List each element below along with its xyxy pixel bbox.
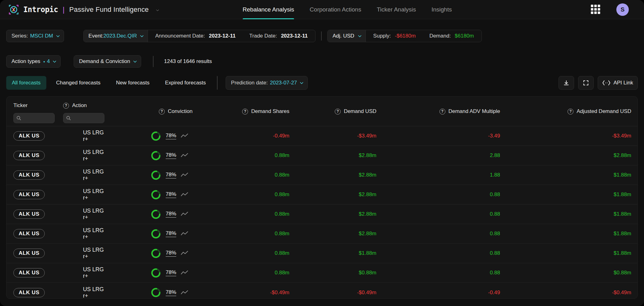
user-avatar[interactable]: S bbox=[616, 3, 629, 16]
adjusted-demand-usd-value: $1.88m bbox=[614, 191, 631, 198]
trend-sparkline-icon[interactable] bbox=[181, 172, 189, 178]
conviction-percent-link[interactable]: 78% bbox=[166, 152, 176, 159]
ticker-badge[interactable]: ALK US bbox=[13, 131, 45, 141]
event-dropdown[interactable]: Event: 2023.Dec.QIR bbox=[84, 30, 148, 42]
help-icon[interactable]: ? bbox=[63, 103, 69, 109]
event-label: Event: bbox=[89, 33, 104, 39]
nav-tab-rebalance-analysis[interactable]: Rebalance Analysis bbox=[243, 0, 294, 19]
demand-shares-value: 0.88m bbox=[275, 172, 289, 178]
table-row[interactable]: ALK US US LRG r+ 78% 0.88m $2.88m 2.88 $… bbox=[7, 146, 637, 165]
trend-sparkline-icon[interactable] bbox=[181, 290, 189, 295]
tab-changed-forecasts[interactable]: Changed forecasts bbox=[51, 76, 106, 90]
conviction-ring-icon bbox=[151, 229, 161, 239]
action-cell: US LRG r+ bbox=[62, 247, 109, 260]
col-label: Conviction bbox=[168, 108, 192, 115]
demand-value: $6180m bbox=[455, 33, 474, 39]
trend-sparkline-icon[interactable] bbox=[181, 133, 189, 139]
trend-sparkline-icon[interactable] bbox=[181, 153, 189, 158]
chevron-down-icon[interactable] bbox=[156, 7, 158, 12]
demand-readout: Demand: $6180m bbox=[429, 33, 474, 39]
nav-tab-corporation-actions[interactable]: Corporation Actions bbox=[310, 0, 361, 19]
series-dropdown[interactable]: Series: MSCI DM bbox=[6, 30, 64, 42]
results-count: 1243 of 1646 results bbox=[164, 58, 212, 65]
table-row[interactable]: ALK US US LRG r+ 78% 0.88m $2.88m 0.88 $… bbox=[7, 185, 637, 205]
api-link-button[interactable]: API Link bbox=[598, 76, 638, 90]
ticker-badge[interactable]: ALK US bbox=[13, 151, 45, 160]
col-header-demand-usd: ? Demand USD bbox=[292, 108, 380, 115]
help-icon[interactable]: ? bbox=[242, 109, 248, 115]
conviction-percent-link[interactable]: 78% bbox=[166, 211, 176, 218]
demand-adv-multiple-value: 0.88 bbox=[490, 270, 500, 276]
demand-shares-value: 0.88m bbox=[275, 250, 289, 256]
table-row[interactable]: ALK US US LRG r+ 78% 0.88m $2.88m 0.88 $… bbox=[7, 224, 637, 244]
ticker-badge[interactable]: ALK US bbox=[13, 170, 45, 180]
table-row[interactable]: ALK US US LRG r+ 78% 0.88m $2.88m 1.88 $… bbox=[7, 165, 637, 185]
table-row[interactable]: ALK US US LRG r+ 78% -$0.49m -$0.49m -0.… bbox=[7, 283, 637, 299]
conviction-percent-link[interactable]: 78% bbox=[166, 172, 176, 178]
prediction-date-value: 2023-07-27 bbox=[270, 80, 297, 86]
conviction-percent-link[interactable]: 78% bbox=[166, 289, 176, 296]
ticker-badge[interactable]: ALK US bbox=[13, 249, 45, 258]
trend-sparkline-icon[interactable] bbox=[181, 211, 189, 217]
help-icon[interactable]: ? bbox=[335, 109, 341, 115]
tab-expired-forecasts[interactable]: Expired forecasts bbox=[159, 76, 211, 90]
ticker-badge[interactable]: ALK US bbox=[13, 288, 45, 297]
brand-name: Intropic bbox=[23, 5, 58, 14]
ticker-search bbox=[13, 113, 55, 123]
trend-sparkline-icon[interactable] bbox=[181, 231, 189, 236]
apps-grid-icon[interactable] bbox=[591, 5, 601, 15]
adjustment-dropdown[interactable]: Adj. USD bbox=[328, 30, 366, 42]
table-row[interactable]: ALK US US LRG r+ 78% 0.88m $2.88m 0.88 $… bbox=[7, 205, 637, 224]
chevron-down-icon bbox=[300, 81, 303, 84]
help-icon[interactable]: ? bbox=[439, 109, 445, 115]
conviction-percent-link[interactable]: 78% bbox=[166, 133, 176, 139]
ticker-badge[interactable]: ALK US bbox=[13, 190, 45, 199]
trend-sparkline-icon[interactable] bbox=[181, 250, 189, 256]
table-row[interactable]: ALK US US LRG r+ 78% 0.88m $0.88m 0.88 $… bbox=[7, 263, 637, 283]
table-row[interactable]: ALK US US LRG r+ 78% 0.88m $1.88m 0.88 $… bbox=[7, 244, 637, 263]
product-name: Passive Fund Intelligence bbox=[69, 6, 149, 14]
conviction-cell: 78% bbox=[109, 131, 205, 141]
announcement-date-value: 2023-12-11 bbox=[209, 33, 236, 39]
demand-adv-multiple-value: 0.88 bbox=[490, 211, 500, 217]
action-types-dropdown[interactable]: Action types • 4 bbox=[6, 55, 61, 68]
conviction-percent-link[interactable]: 78% bbox=[166, 230, 176, 237]
demand-shares-value: -0.49m bbox=[273, 133, 289, 139]
demand-usd-value: -$0.49m bbox=[357, 290, 376, 296]
demand-adv-multiple-value: 0.88 bbox=[490, 250, 500, 256]
ticker-badge[interactable]: ALK US bbox=[13, 209, 45, 219]
nav-tab-insights[interactable]: Insights bbox=[431, 0, 452, 19]
table-row[interactable]: ALK US US LRG r+ 78% -0.49m -$3.49m -3.4… bbox=[7, 126, 637, 146]
help-icon[interactable]: ? bbox=[568, 109, 573, 115]
code-brackets-icon bbox=[602, 80, 610, 86]
demand-label: Demand: bbox=[429, 33, 451, 39]
action-value: US LRG r+ bbox=[83, 149, 109, 162]
ticker-badge[interactable]: ALK US bbox=[13, 229, 45, 238]
adjusted-demand-usd-value: $2.88m bbox=[614, 152, 631, 159]
columns-preset-dropdown[interactable]: Demand & Conviction bbox=[74, 55, 141, 68]
filter-row-context: Series: MSCI DM Event: 2023.Dec.QIR Anno… bbox=[6, 30, 638, 42]
trend-sparkline-icon[interactable] bbox=[181, 270, 189, 276]
forecast-table: Ticker ? Action bbox=[6, 96, 638, 299]
trend-sparkline-icon[interactable] bbox=[181, 192, 189, 197]
demand-usd-value: -$3.49m bbox=[357, 133, 376, 139]
forecast-toolbar: All forecasts Changed forecasts New fore… bbox=[6, 76, 638, 90]
ticker-badge[interactable]: ALK US bbox=[13, 268, 45, 277]
conviction-percent-link[interactable]: 78% bbox=[166, 191, 176, 198]
conviction-percent-link[interactable]: 78% bbox=[166, 269, 176, 276]
tab-all-forecasts[interactable]: All forecasts bbox=[6, 76, 46, 90]
table-header: Ticker ? Action bbox=[7, 97, 637, 126]
fullscreen-button[interactable] bbox=[578, 76, 594, 90]
prediction-date-dropdown[interactable]: Prediction date: 2023-07-27 bbox=[226, 76, 308, 90]
nav-tab-ticker-analysis[interactable]: Ticker Analysis bbox=[377, 0, 416, 19]
action-cell: US LRG r+ bbox=[62, 129, 109, 142]
download-button[interactable] bbox=[559, 76, 574, 90]
col-label: Ticker bbox=[13, 102, 28, 109]
action-cell: US LRG r+ bbox=[62, 286, 109, 299]
brand[interactable]: Intropic | Passive Fund Intelligence bbox=[8, 4, 158, 15]
conviction-percent-link[interactable]: 78% bbox=[166, 250, 176, 257]
help-icon[interactable]: ? bbox=[159, 109, 165, 115]
brand-separator: | bbox=[63, 5, 65, 14]
tab-new-forecasts[interactable]: New forecasts bbox=[110, 76, 155, 90]
chevron-down-icon bbox=[56, 34, 59, 37]
